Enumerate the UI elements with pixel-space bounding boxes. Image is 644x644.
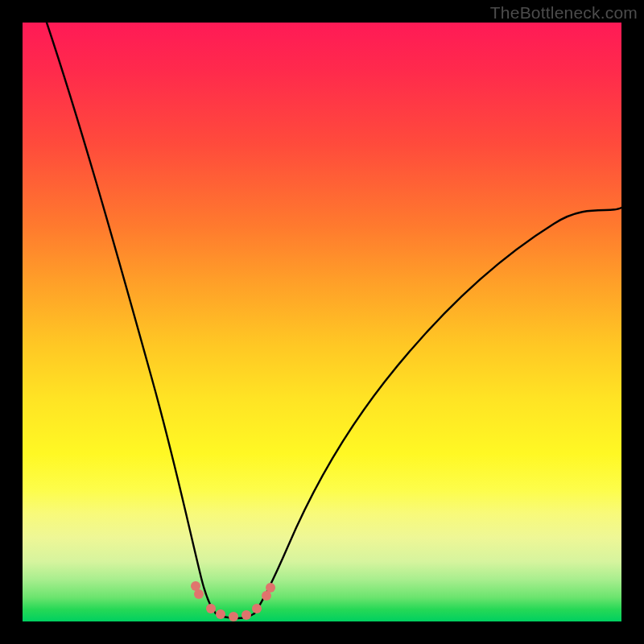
marker-dot xyxy=(242,610,251,620)
watermark-text: TheBottleneck.com xyxy=(490,3,638,23)
bottleneck-curve xyxy=(23,23,621,621)
marker-dot xyxy=(229,612,238,621)
marker-dot xyxy=(194,589,204,599)
marker-dot xyxy=(252,604,262,613)
marker-group xyxy=(191,581,275,621)
marker-dot xyxy=(216,609,225,619)
marker-dot xyxy=(191,581,200,591)
marker-dot xyxy=(206,604,216,613)
curve-left-branch xyxy=(47,23,216,613)
marker-dot xyxy=(266,583,275,592)
plot-area xyxy=(23,23,621,621)
curve-bottom xyxy=(216,613,254,618)
marker-dot xyxy=(262,591,271,601)
curve-right-branch xyxy=(254,208,621,613)
chart-container: TheBottleneck.com xyxy=(0,0,644,644)
